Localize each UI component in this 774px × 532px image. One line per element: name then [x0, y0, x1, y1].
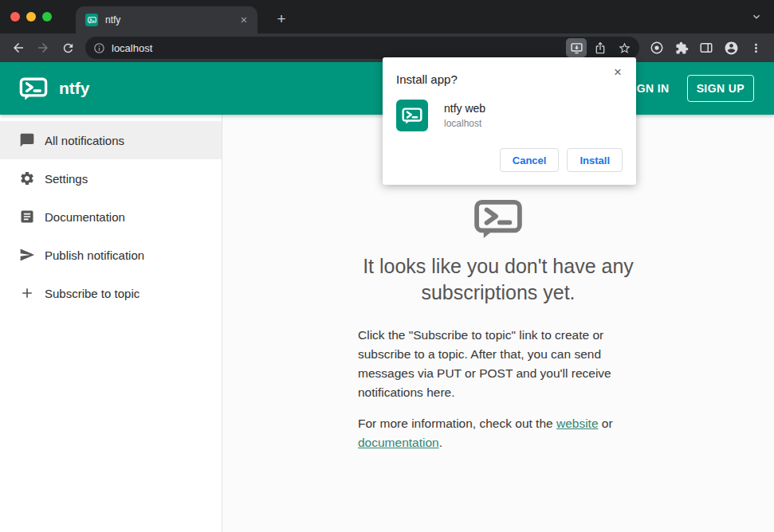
sidebar: All notifications Settings Documentation…	[0, 115, 222, 532]
new-tab-button[interactable]: +	[272, 10, 291, 29]
sidebar-item-publish-notification[interactable]: Publish notification	[0, 236, 222, 274]
empty-state-more-info: For more information, check out the webs…	[358, 414, 638, 452]
reload-button[interactable]	[56, 37, 80, 59]
sidebar-item-label: Settings	[45, 172, 88, 186]
install-app-dialog: × Install app? ntfy web localhost Cancel…	[383, 57, 636, 185]
more-info-text: or	[599, 417, 613, 430]
dialog-app-row: ntfy web localhost	[396, 100, 623, 131]
documentation-link[interactable]: documentation	[358, 436, 439, 449]
sidebar-item-all-notifications[interactable]: All notifications	[0, 121, 222, 159]
dialog-close-icon[interactable]: ×	[610, 65, 626, 80]
side-panel-icon[interactable]	[694, 37, 718, 59]
bookmark-star-icon[interactable]	[614, 38, 635, 57]
website-link[interactable]: website	[556, 417, 599, 430]
sidebar-item-label: Subscribe to topic	[45, 287, 139, 300]
address-bar[interactable]: localhost	[85, 37, 639, 59]
chat-icon	[19, 132, 35, 148]
ntfy-app-icon	[396, 100, 428, 131]
address-text: localhost	[112, 42, 152, 54]
empty-state-description: Click the "Subscribe to topic" link to c…	[358, 326, 638, 402]
sidebar-item-label: All notifications	[45, 134, 124, 147]
share-icon[interactable]	[590, 38, 611, 57]
install-app-icon[interactable]	[566, 38, 587, 57]
dialog-app-origin: localhost	[444, 118, 485, 129]
profile-avatar[interactable]	[719, 37, 743, 59]
ntfy-favicon	[85, 14, 98, 26]
ntfy-logo-icon	[19, 77, 48, 100]
dialog-app-meta: ntfy web localhost	[444, 102, 485, 129]
app-title: ntfy	[59, 79, 90, 98]
window-titlebar: ntfy × +	[0, 0, 774, 33]
window-controls	[10, 12, 52, 22]
sidebar-item-settings[interactable]: Settings	[0, 159, 222, 198]
article-icon	[19, 209, 35, 225]
dialog-app-name: ntfy web	[444, 102, 485, 115]
forward-button[interactable]	[31, 37, 55, 59]
more-info-text: .	[439, 436, 442, 449]
zoom-window-button[interactable]	[42, 12, 52, 22]
tab-title: ntfy	[105, 14, 237, 25]
minimize-window-button[interactable]	[26, 12, 36, 22]
empty-state-heading: It looks like you don't have any subscri…	[331, 253, 666, 307]
more-info-text: For more information, check out the	[358, 417, 556, 430]
site-info-icon[interactable]	[93, 42, 105, 54]
plus-icon	[19, 285, 35, 301]
install-button[interactable]: Install	[567, 148, 623, 172]
back-button[interactable]	[6, 37, 30, 59]
cancel-button[interactable]: Cancel	[500, 148, 560, 172]
extensions-puzzle-icon[interactable]	[670, 37, 693, 59]
sidebar-item-label: Documentation	[45, 210, 125, 224]
sign-up-button[interactable]: SIGN UP	[687, 75, 754, 102]
dialog-title: Install app?	[396, 72, 623, 86]
ntfy-logo-large-icon	[473, 199, 523, 242]
gear-icon	[19, 170, 35, 186]
sidebar-item-label: Publish notification	[45, 248, 144, 262]
dialog-actions: Cancel Install	[396, 148, 623, 172]
send-icon	[19, 247, 35, 263]
close-window-button[interactable]	[10, 12, 20, 22]
password-manager-extension-icon[interactable]	[645, 37, 669, 59]
browser-tab-ntfy[interactable]: ntfy ×	[76, 6, 257, 33]
tab-close-icon[interactable]: ×	[237, 13, 251, 27]
tab-list-chevron-icon[interactable]	[750, 10, 763, 23]
menu-kebab-icon[interactable]	[744, 37, 768, 59]
sidebar-item-documentation[interactable]: Documentation	[0, 198, 222, 236]
sidebar-item-subscribe-to-topic[interactable]: Subscribe to topic	[0, 274, 222, 312]
